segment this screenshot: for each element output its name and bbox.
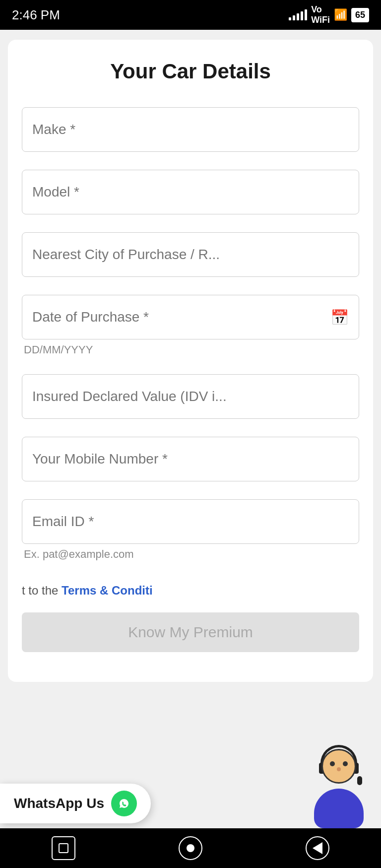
email-input[interactable] [32, 514, 349, 530]
form-card: Your Car Details 📅 DD/MM/YYYY [8, 40, 373, 682]
battery-icon: 65 [351, 8, 369, 22]
signal-icon [289, 9, 307, 20]
make-input[interactable] [32, 122, 349, 137]
status-bar: 2:46 PM VoWiFi 📶 65 [0, 0, 381, 30]
terms-prefix: t to the [22, 584, 62, 597]
whatsapp-bar[interactable]: WhatsApp Us [0, 784, 151, 823]
date-purchase-group: 📅 DD/MM/YYYY [22, 295, 359, 356]
support-avatar[interactable] [307, 749, 371, 828]
nav-bar [0, 828, 381, 868]
nearest-city-input[interactable] [32, 247, 349, 263]
mic-icon [357, 776, 362, 785]
status-icons: VoWiFi 📶 65 [289, 4, 369, 25]
model-input[interactable] [32, 184, 349, 200]
nav-home-button[interactable] [52, 836, 75, 860]
date-input-wrapper[interactable]: 📅 [22, 295, 359, 339]
model-input-wrapper[interactable] [22, 170, 359, 214]
terms-section: t to the Terms & Conditi [22, 579, 359, 607]
idv-input[interactable] [32, 389, 349, 404]
mobile-group [22, 437, 359, 481]
model-group [22, 170, 359, 214]
nav-back-button[interactable] [306, 836, 329, 860]
know-premium-button[interactable]: Know My Premium [22, 612, 359, 652]
date-purchase-input[interactable] [32, 309, 330, 325]
avatar-figure [307, 749, 371, 828]
main-content: Your Car Details 📅 DD/MM/YYYY [0, 30, 381, 828]
mobile-input-wrapper[interactable] [22, 437, 359, 481]
make-input-wrapper[interactable] [22, 107, 359, 152]
make-group [22, 107, 359, 152]
nav-recents-button[interactable] [179, 836, 202, 860]
idv-input-wrapper[interactable] [22, 374, 359, 419]
email-input-wrapper[interactable] [22, 499, 359, 544]
circle-icon [187, 844, 194, 852]
nearest-city-group [22, 232, 359, 277]
email-group: Ex. pat@example.com [22, 499, 359, 561]
calendar-icon[interactable]: 📅 [330, 309, 349, 326]
wifi-icon: 📶 [334, 8, 347, 21]
idv-group [22, 374, 359, 419]
back-icon [313, 842, 322, 854]
email-hint: Ex. pat@example.com [22, 548, 359, 561]
avatar-head [321, 749, 356, 784]
whatsapp-label: WhatsApp Us [14, 796, 104, 811]
avatar-body [314, 789, 364, 828]
time-display: 2:46 PM [12, 7, 60, 23]
terms-link[interactable]: Terms & Conditi [62, 584, 153, 597]
nearest-city-input-wrapper[interactable] [22, 232, 359, 277]
whatsapp-icon [111, 791, 137, 816]
form-title: Your Car Details [22, 60, 359, 83]
vowifi-icon: VoWiFi [311, 4, 330, 25]
mobile-input[interactable] [32, 451, 349, 467]
date-hint: DD/MM/YYYY [22, 343, 359, 356]
square-icon [59, 843, 68, 853]
